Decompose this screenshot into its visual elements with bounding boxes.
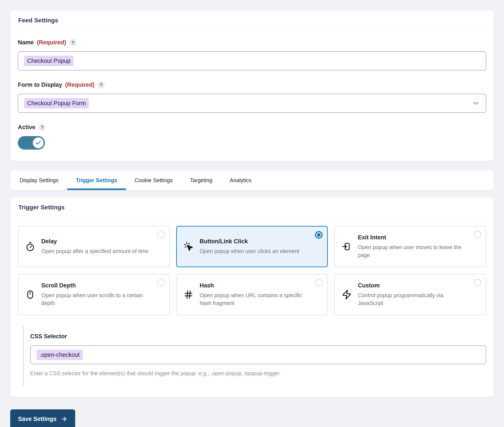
css-selector-input[interactable]: .open-checkout — [30, 345, 486, 364]
active-field-label: Active — [18, 124, 35, 131]
name-input[interactable]: Checkout Popup — [18, 51, 486, 70]
exit-intent-description: Open popup when user moves to leave the … — [358, 243, 466, 259]
hash-icon — [184, 290, 193, 300]
feed-settings-title: Feed Settings — [10, 10, 494, 31]
form-field-group: Form to Display (Required) ? Checkout Po… — [18, 81, 486, 113]
form-field-label-row: Form to Display (Required) ? — [18, 81, 486, 89]
tab-display-settings[interactable]: Display Settings — [11, 170, 67, 190]
feed-settings-body: Name (Required) ? Checkout Popup Form to… — [10, 31, 494, 161]
name-help-icon[interactable]: ? — [69, 39, 76, 46]
mouse-scroll-icon — [25, 290, 35, 300]
scroll-depth-radio[interactable] — [157, 279, 165, 287]
css-selector-section: CSS Selector .open-checkout Enter a CSS … — [23, 325, 486, 386]
custom-title: Custom — [358, 282, 466, 289]
name-field-label: Name — [18, 39, 34, 46]
custom-radio[interactable] — [474, 279, 481, 287]
feed-settings-card: Feed Settings Name (Required) ? Checkout… — [10, 10, 494, 161]
toggle-knob — [33, 137, 44, 148]
trigger-option-hash[interactable]: Hash Open popup when URL contains a spec… — [176, 274, 328, 315]
button-link-click-description: Open popup when user clicks an element — [200, 247, 299, 255]
custom-description: Control popup programmatically via JavaS… — [358, 291, 466, 307]
scroll-depth-description: Open popup when user scrolls to a certai… — [41, 291, 149, 307]
trigger-settings-title: Trigger Settings — [10, 198, 494, 218]
button-link-click-title: Button/Link Click — [200, 238, 299, 245]
tab-targeting[interactable]: Targeting — [181, 170, 221, 190]
trigger-option-exit-intent[interactable]: Exit Intent Open popup when user moves t… — [334, 226, 486, 267]
custom-text-block: Custom Control popup programmatically vi… — [358, 282, 466, 307]
form-field-label: Form to Display — [18, 82, 62, 88]
form-select[interactable]: Checkout Popup Form — [18, 94, 486, 113]
active-field-label-row: Active ? — [18, 124, 486, 131]
tab-trigger-settings[interactable]: Trigger Settings — [67, 170, 126, 190]
css-selector-value: .open-checkout — [37, 350, 83, 360]
timer-icon — [25, 242, 35, 252]
tab-analytics[interactable]: Analytics — [221, 170, 260, 190]
settings-page: Feed Settings Name (Required) ? Checkout… — [0, 0, 504, 427]
hash-description: Open popup when URL contains a specific … — [200, 291, 308, 307]
hash-text-block: Hash Open popup when URL contains a spec… — [200, 282, 308, 307]
exit-door-icon — [342, 242, 352, 252]
name-required-indicator: (Required) — [37, 39, 66, 46]
settings-tab-bar: Display Settings Trigger Settings Cookie… — [10, 170, 494, 190]
save-settings-button[interactable]: Save Settings — [10, 409, 75, 427]
trigger-option-button-link-click[interactable]: Button/Link Click Open popup when user c… — [176, 226, 328, 267]
delay-title: Delay — [41, 238, 148, 245]
form-required-indicator: (Required) — [65, 82, 95, 88]
chevron-down-icon — [472, 99, 480, 107]
save-settings-label: Save Settings — [18, 416, 57, 422]
exit-intent-radio[interactable] — [474, 231, 481, 238]
trigger-option-custom[interactable]: Custom Control popup programmatically vi… — [334, 274, 486, 315]
delay-radio[interactable] — [157, 231, 165, 238]
scroll-depth-title: Scroll Depth — [41, 282, 149, 289]
form-help-icon[interactable]: ? — [97, 81, 105, 89]
check-icon — [35, 140, 41, 146]
lightning-bolt-icon — [342, 290, 352, 300]
trigger-settings-body: Delay Open popup after a specified amoun… — [10, 218, 494, 397]
hash-title: Hash — [200, 282, 308, 289]
active-toggle[interactable] — [18, 136, 45, 150]
css-selector-help-text: Enter a CSS selector for the element(s) … — [30, 370, 486, 377]
css-selector-label: CSS Selector — [30, 333, 486, 340]
trigger-option-scroll-depth[interactable]: Scroll Depth Open popup when user scroll… — [18, 274, 170, 315]
trigger-settings-card: Trigger Settings Delay Open popup after … — [10, 197, 494, 397]
name-field-group: Name (Required) ? Checkout Popup — [18, 39, 486, 70]
delay-description: Open popup after a specified amount of t… — [41, 247, 148, 255]
exit-intent-title: Exit Intent — [358, 234, 466, 241]
button-link-click-radio[interactable] — [315, 231, 323, 239]
active-field-group: Active ? — [18, 124, 486, 150]
form-select-value: Checkout Popup Form — [24, 98, 89, 108]
mouse-pointer-click-icon — [184, 242, 193, 252]
name-field-label-row: Name (Required) ? — [18, 39, 486, 46]
scroll-depth-text-block: Scroll Depth Open popup when user scroll… — [41, 282, 149, 307]
delay-text-block: Delay Open popup after a specified amoun… — [41, 238, 148, 255]
trigger-options-grid: Delay Open popup after a specified amoun… — [18, 226, 486, 315]
button-link-click-text-block: Button/Link Click Open popup when user c… — [200, 238, 299, 255]
active-help-icon[interactable]: ? — [38, 124, 46, 131]
tab-cookie-settings[interactable]: Cookie Settings — [126, 170, 181, 190]
trigger-option-delay[interactable]: Delay Open popup after a specified amoun… — [18, 226, 170, 267]
hash-radio[interactable] — [315, 279, 323, 287]
exit-intent-text-block: Exit Intent Open popup when user moves t… — [358, 234, 466, 259]
arrow-right-icon — [61, 416, 67, 422]
name-input-value: Checkout Popup — [24, 56, 74, 66]
